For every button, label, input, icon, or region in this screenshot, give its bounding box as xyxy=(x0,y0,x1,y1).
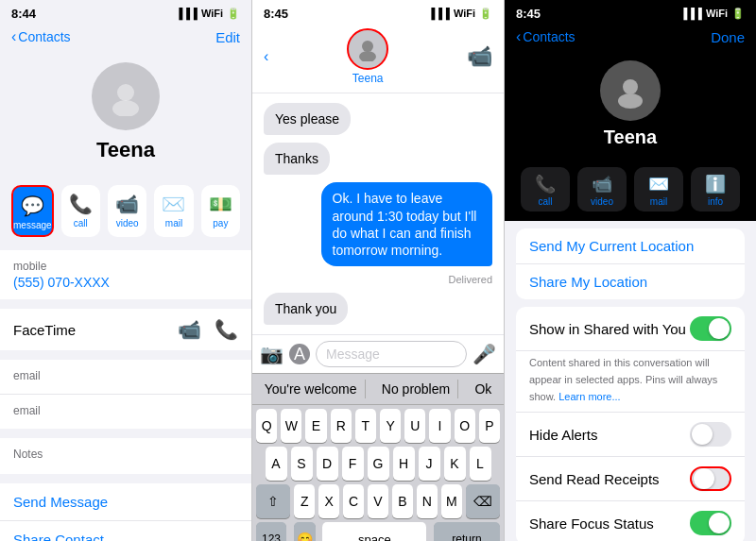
notes-label: Notes xyxy=(13,448,238,461)
back-to-contacts-button[interactable]: ‹ Contacts xyxy=(11,28,71,45)
key-i[interactable]: I xyxy=(429,409,450,443)
contact-header: Teena xyxy=(0,53,251,185)
focus-status-toggle[interactable] xyxy=(690,511,731,535)
video-call-icon[interactable]: 📹 xyxy=(467,44,492,69)
show-shared-toggle[interactable] xyxy=(690,316,731,341)
messages-nav: ‹ Teena 📹 xyxy=(252,25,504,93)
send-location-row[interactable]: Send My Current Location xyxy=(516,228,745,264)
status-icons-2: ▐▐▐ WiFi 🔋 xyxy=(427,8,492,20)
p3-video-label: video xyxy=(591,196,613,207)
email-row-2[interactable]: email xyxy=(0,395,251,429)
key-s[interactable]: S xyxy=(291,447,313,481)
mobile-row[interactable]: mobile (555) 070-XXXX xyxy=(0,250,251,299)
key-b[interactable]: B xyxy=(392,484,413,518)
key-q[interactable]: Q xyxy=(256,409,277,443)
camera-icon[interactable]: 📷 xyxy=(260,343,284,365)
facetime-row[interactable]: FaceTime 📹 📞 xyxy=(0,309,251,350)
hide-alerts-row[interactable]: Hide Alerts xyxy=(516,413,745,457)
facetime-audio-icon[interactable]: 📞 xyxy=(215,318,238,341)
key-y[interactable]: Y xyxy=(380,409,401,443)
key-c[interactable]: C xyxy=(343,484,364,518)
message-button[interactable]: 💬 message xyxy=(11,185,54,237)
key-j[interactable]: J xyxy=(419,447,440,481)
key-shift[interactable]: ⇧ xyxy=(256,484,290,518)
email-row-1[interactable]: email xyxy=(0,360,251,395)
mobile-label: mobile xyxy=(13,260,238,273)
p3-video-icon: 📹 xyxy=(592,174,612,194)
key-return[interactable]: return xyxy=(434,522,500,541)
key-m[interactable]: M xyxy=(441,484,462,518)
messages-back-chevron: ‹ xyxy=(264,48,268,65)
facetime-video-icon[interactable]: 📹 xyxy=(178,318,201,341)
key-123[interactable]: 123 xyxy=(256,522,286,541)
notes-section[interactable]: Notes xyxy=(0,438,251,474)
key-w[interactable]: W xyxy=(281,409,301,443)
settings-back-button[interactable]: ‹ Contacts xyxy=(516,28,576,45)
focus-status-row[interactable]: Share Focus Status xyxy=(516,501,745,541)
audio-icon[interactable]: 🎤 xyxy=(472,343,496,365)
key-o[interactable]: O xyxy=(455,409,475,443)
apps-icon[interactable]: A xyxy=(289,344,310,364)
message-4: Thank you xyxy=(264,293,348,325)
key-k[interactable]: K xyxy=(444,447,466,481)
key-x[interactable]: X xyxy=(318,484,339,518)
status-time-3: 8:45 xyxy=(516,7,541,21)
key-delete[interactable]: ⌫ xyxy=(466,484,500,518)
share-contact-link[interactable]: Share Contact xyxy=(0,521,251,541)
video-button[interactable]: 📹 video xyxy=(108,185,146,237)
p3-video-button[interactable]: 📹 video xyxy=(577,167,627,211)
hide-alerts-label: Hide Alerts xyxy=(529,427,598,443)
key-space[interactable]: space xyxy=(322,522,426,541)
key-emoji[interactable]: 😊 xyxy=(294,522,316,541)
key-t[interactable]: T xyxy=(355,409,376,443)
key-l[interactable]: L xyxy=(470,447,491,481)
key-f[interactable]: F xyxy=(342,447,364,481)
shared-subtext: Content shared in this conversation will… xyxy=(516,351,745,413)
key-u[interactable]: U xyxy=(404,409,425,443)
edit-button[interactable]: Edit xyxy=(215,29,240,45)
messages-back-button[interactable]: ‹ xyxy=(264,48,268,65)
key-v[interactable]: V xyxy=(368,484,388,518)
call-button[interactable]: 📞 call xyxy=(61,185,100,237)
back-label: Contacts xyxy=(18,29,70,44)
key-r[interactable]: R xyxy=(331,409,352,443)
key-d[interactable]: D xyxy=(317,447,338,481)
messages-body: Yes please Thanks Ok. I have to leave ar… xyxy=(252,93,504,334)
p3-call-button[interactable]: 📞 call xyxy=(521,167,570,211)
done-button[interactable]: Done xyxy=(711,29,745,45)
mail-button[interactable]: ✉️ mail xyxy=(154,185,193,237)
key-a[interactable]: A xyxy=(266,447,287,481)
quicktype-1[interactable]: You're welcome xyxy=(257,380,366,398)
key-h[interactable]: H xyxy=(393,447,415,481)
quicktype-3[interactable]: Ok xyxy=(467,380,499,398)
email-card: email email xyxy=(0,360,251,429)
share-location-row[interactable]: Share My Location xyxy=(516,264,745,299)
quicktype-2[interactable]: No problem xyxy=(374,380,458,398)
message-input[interactable]: Message xyxy=(316,341,467,367)
contact-bubble-header[interactable]: Teena xyxy=(347,28,388,85)
read-receipts-row[interactable]: Send Read Receipts xyxy=(516,457,745,501)
svg-point-3 xyxy=(359,51,376,61)
read-receipts-toggle[interactable] xyxy=(690,466,731,491)
settings-nav: ‹ Contacts Done xyxy=(505,25,756,53)
p3-contact-header: Teena xyxy=(505,53,756,167)
p3-info-button[interactable]: ℹ️ info xyxy=(691,167,740,211)
send-message-link[interactable]: Send Message xyxy=(0,483,251,521)
key-g[interactable]: G xyxy=(368,447,389,481)
pay-button[interactable]: 💵 pay xyxy=(201,185,240,237)
hide-alerts-toggle[interactable] xyxy=(690,422,731,447)
key-p[interactable]: P xyxy=(479,409,500,443)
svg-point-0 xyxy=(117,84,134,101)
key-e[interactable]: E xyxy=(305,409,326,443)
mail-icon: ✉️ xyxy=(162,193,185,215)
show-shared-row[interactable]: Show in Shared with You xyxy=(516,307,745,351)
key-z[interactable]: Z xyxy=(294,484,315,518)
mail-label: mail xyxy=(165,218,182,228)
wifi-icon-2: WiFi xyxy=(454,8,475,19)
p3-mail-button[interactable]: ✉️ mail xyxy=(634,167,683,211)
video-icon: 📹 xyxy=(115,193,139,215)
key-n[interactable]: N xyxy=(417,484,438,518)
keyboard-row-3: ⇧ Z X C V B N M ⌫ xyxy=(256,484,500,518)
contact-detail-panel: 8:44 ▐▐▐ WiFi 🔋 ‹ Contacts Edit Teena 💬 … xyxy=(0,0,252,541)
back-chevron-icon: ‹ xyxy=(11,28,16,45)
